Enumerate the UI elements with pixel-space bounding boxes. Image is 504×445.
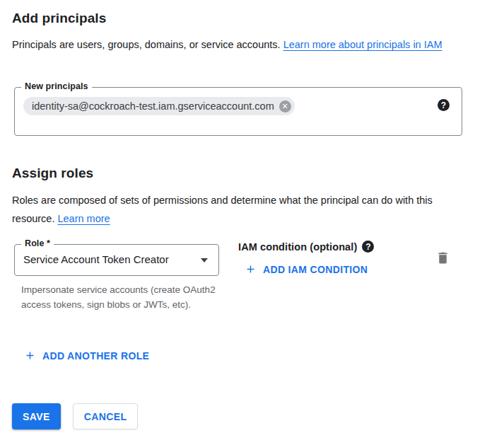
new-principals-field[interactable]: New principals identity-sa@cockroach-tes…: [14, 87, 462, 136]
chip-remove-icon[interactable]: ✕: [279, 100, 291, 112]
delete-role-button[interactable]: [434, 249, 452, 267]
new-principals-label: New principals: [21, 81, 92, 91]
role-select[interactable]: Role * Service Account Token Creator: [14, 244, 219, 276]
plus-icon: [24, 349, 36, 362]
add-principals-panel: Add principals Principals are users, gro…: [0, 0, 504, 445]
add-another-role-label: ADD ANOTHER ROLE: [42, 350, 149, 362]
page-title: Add principals: [12, 11, 106, 26]
assign-roles-title: Assign roles: [12, 166, 93, 181]
trash-icon: [435, 250, 450, 265]
principal-chip-text: identity-sa@cockroach-test.iam.gservicea…: [32, 100, 274, 112]
principals-description-text: Principals are users, groups, domains, o…: [12, 39, 283, 50]
role-select-value: Service Account Token Creator: [23, 253, 169, 265]
save-button[interactable]: SAVE: [12, 403, 61, 429]
principals-description: Principals are users, groups, domains, o…: [12, 36, 480, 54]
principals-help-icon[interactable]: ?: [438, 99, 450, 111]
cancel-button[interactable]: CANCEL: [73, 403, 139, 429]
add-iam-condition-button[interactable]: ADD IAM CONDITION: [245, 263, 368, 275]
dialog-actions: SAVE CANCEL: [12, 403, 138, 429]
iam-condition-header: IAM condition (optional) ?: [238, 241, 374, 253]
iam-condition-label: IAM condition (optional): [238, 241, 357, 253]
learn-more-principals-link[interactable]: Learn more about principals in IAM: [283, 39, 443, 50]
add-another-role-button[interactable]: ADD ANOTHER ROLE: [24, 349, 149, 362]
role-helper-text: Impersonate service accounts (create OAu…: [21, 282, 216, 312]
learn-more-roles-link[interactable]: Learn more: [57, 213, 110, 224]
role-select-label: Role *: [21, 238, 54, 248]
iam-condition-help-icon[interactable]: ?: [362, 241, 374, 253]
add-iam-condition-label: ADD IAM CONDITION: [263, 264, 368, 275]
plus-icon: [245, 263, 257, 275]
roles-description: Roles are composed of sets of permission…: [12, 192, 449, 228]
chevron-down-icon: [201, 258, 208, 262]
principal-chip[interactable]: identity-sa@cockroach-test.iam.gservicea…: [23, 97, 295, 115]
